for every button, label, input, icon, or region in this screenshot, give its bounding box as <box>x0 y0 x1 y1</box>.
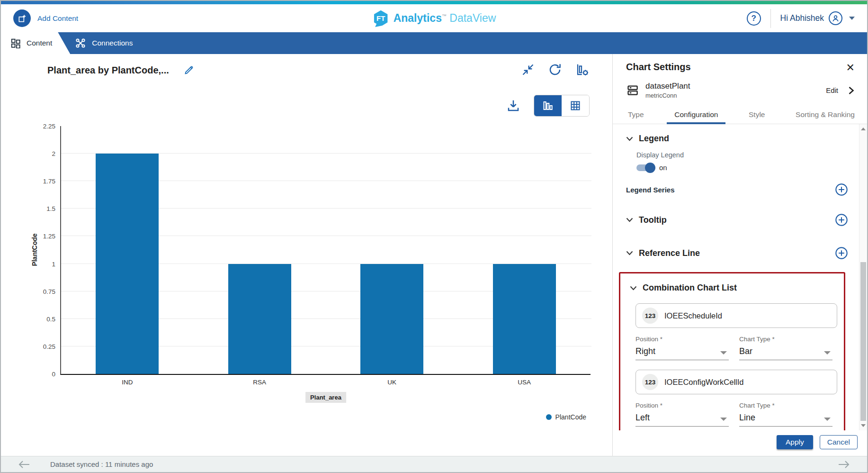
chart-legend: PlantCode <box>546 413 586 421</box>
x-tick-label: USA <box>518 379 531 386</box>
connections-icon <box>75 37 86 49</box>
combination-field-2[interactable]: 123 IOEEConfigWorkCellId <box>635 370 837 394</box>
combination-chart-list-highlight: Combination Chart List 123 IOEEScheduleI… <box>619 272 845 430</box>
brand-analytics: Analytics <box>394 12 442 24</box>
dataset-row: datasetPlant metricConn Edit <box>626 82 855 99</box>
position-value: Right <box>635 346 655 356</box>
x-tick-label: UK <box>387 379 396 386</box>
chevron-down-icon <box>630 286 637 291</box>
download-icon[interactable] <box>506 99 520 113</box>
add-legend-series-icon[interactable] <box>835 183 848 196</box>
dropdown-caret-icon <box>720 418 727 421</box>
position-select-1[interactable]: Position * Right <box>635 336 729 360</box>
bar-chart-view-button[interactable] <box>534 95 562 116</box>
settings-scroll-area: Legend Display Legend on Legend Series <box>613 124 867 430</box>
add-reference-line-icon[interactable] <box>835 246 848 260</box>
scroll-up-icon[interactable] <box>859 125 867 133</box>
forward-arrow-icon[interactable] <box>838 459 850 470</box>
add-content-label: Add Content <box>37 14 78 23</box>
bar-RSA[interactable] <box>228 264 291 374</box>
y-tick-label: 1.5 <box>27 205 55 212</box>
chevron-down-icon <box>626 136 633 141</box>
view-toggle-group <box>534 95 590 117</box>
bar-IND[interactable] <box>96 154 159 374</box>
svg-text:FT: FT <box>376 14 385 22</box>
x-tick-label: IND <box>122 379 133 386</box>
user-caret-down-icon <box>849 17 855 20</box>
table-grid-icon <box>570 100 581 111</box>
reference-line-section-header[interactable]: Reference Line <box>626 248 700 258</box>
brand-dataview: DataView <box>449 12 496 24</box>
display-legend-toggle[interactable] <box>636 164 654 171</box>
add-content-icon <box>13 9 31 27</box>
apply-button[interactable]: Apply <box>777 435 813 449</box>
brand-tm: ™ <box>442 13 447 18</box>
tab-connections[interactable]: Connections <box>70 32 144 54</box>
numeric-type-badge: 123 <box>642 374 658 390</box>
y-tick-label: 0 <box>27 371 55 378</box>
x-axis-title: Plant_area <box>305 392 346 403</box>
tab-content-label: Content <box>27 39 52 47</box>
add-tooltip-icon[interactable] <box>835 213 848 227</box>
tab-content[interactable]: Content <box>1 32 70 54</box>
bar-UK[interactable] <box>360 264 423 374</box>
dataset-sync-status: Dataset synced : 11 minutes ago <box>50 460 153 468</box>
dataset-edit-button[interactable]: Edit <box>826 86 855 95</box>
legend-entry: PlantCode <box>555 413 586 421</box>
scrollbar-thumb[interactable] <box>860 262 866 421</box>
chart-type-select-2[interactable]: Chart Type * Line <box>739 402 832 427</box>
add-content-button[interactable]: Add Content <box>13 9 78 27</box>
ft-logo-icon: FT <box>372 10 389 27</box>
chart-type-value: Line <box>739 413 755 423</box>
chart-region: Plant_area by PlantCode,... <box>1 54 613 456</box>
table-view-button[interactable] <box>562 95 589 116</box>
chart-type-label: Chart Type * <box>739 336 832 343</box>
legend-series-label: Legend Series <box>626 186 675 194</box>
user-avatar-icon <box>829 11 842 25</box>
bar-chart-icon <box>542 100 554 111</box>
y-tick-label: 2.25 <box>27 123 55 130</box>
edit-title-pencil-icon[interactable] <box>183 64 195 76</box>
dropdown-caret-icon <box>824 418 831 421</box>
chart-title: Plant_area by PlantCode,... <box>47 65 169 76</box>
status-bar: Dataset synced : 11 minutes ago <box>1 456 867 472</box>
chart-type-select-1[interactable]: Chart Type * Bar <box>739 336 832 360</box>
display-legend-label: Display Legend <box>636 151 848 159</box>
field-name: IOEEScheduleId <box>664 311 722 320</box>
panel-title: Chart Settings <box>626 62 691 73</box>
tab-type[interactable]: Type <box>626 107 646 124</box>
user-menu[interactable]: Hi Abhishek <box>780 11 855 25</box>
bar-chart: PlantCode Plant_area 00.250.50.7511.251.… <box>1 125 612 456</box>
numeric-type-badge: 123 <box>642 308 658 324</box>
position-label: Position * <box>635 336 729 343</box>
collapse-icon[interactable] <box>521 63 535 76</box>
help-icon[interactable]: ? <box>747 11 761 26</box>
refresh-icon[interactable] <box>548 63 562 77</box>
chevron-down-icon <box>626 251 633 255</box>
tab-style[interactable]: Style <box>747 107 767 124</box>
main-tab-bar: Content Connections <box>1 32 867 54</box>
position-select-2[interactable]: Position * Left <box>635 402 729 427</box>
edit-link-label: Edit <box>826 86 838 94</box>
panel-scrollbar[interactable] <box>859 124 867 430</box>
cancel-button[interactable]: Cancel <box>820 435 858 449</box>
scroll-down-icon[interactable] <box>859 422 867 429</box>
tab-connections-label: Connections <box>92 39 133 47</box>
combination-field-1[interactable]: 123 IOEEScheduleId <box>635 303 837 328</box>
combination-section-title: Combination Chart List <box>643 283 737 293</box>
tooltip-section-header[interactable]: Tooltip <box>626 215 667 225</box>
tab-configuration[interactable]: Configuration <box>672 107 720 124</box>
toggle-state-label: on <box>659 164 667 172</box>
y-tick-label: 0.5 <box>27 315 55 322</box>
legend-section-header[interactable]: Legend <box>626 134 848 144</box>
combination-section-header[interactable]: Combination Chart List <box>630 283 833 293</box>
bar-USA[interactable] <box>493 264 556 374</box>
dropdown-caret-icon <box>824 351 831 355</box>
back-arrow-icon[interactable] <box>18 459 30 470</box>
chart-settings-icon[interactable] <box>575 63 590 77</box>
close-icon[interactable]: ✕ <box>846 63 855 73</box>
chevron-down-icon <box>626 218 633 222</box>
toggle-knob <box>645 163 655 173</box>
tab-sorting-ranking[interactable]: Sorting & Ranking <box>794 107 857 124</box>
tooltip-section-title: Tooltip <box>639 215 667 225</box>
